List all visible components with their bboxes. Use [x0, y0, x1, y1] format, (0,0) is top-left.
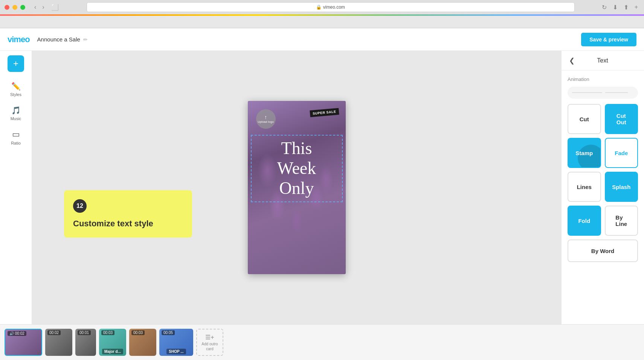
add-outro-icon: ☰+ [205, 334, 214, 341]
animation-fold-label: Fold [578, 218, 590, 224]
timeline-card-3-time: 00:01 [78, 330, 91, 335]
animation-splash[interactable]: Splash [605, 172, 638, 202]
video-card: ↑ Upload logo SUPER SALE This Week Only [248, 101, 346, 274]
project-title: Announce a Sale ✏ [37, 36, 88, 43]
project-name-text: Announce a Sale [37, 36, 80, 43]
video-card-container: ✏ ⬜ ⊞ ⬡ ⬡ 🗑 ↑ Upload logo [248, 101, 346, 274]
timeline-card-2-time: 00:02 [47, 330, 61, 335]
timeline-card-4-time: 00:03 [101, 330, 114, 335]
animation-stamp[interactable]: Stamp [568, 138, 601, 168]
vimeo-logo: vimeo [8, 35, 30, 44]
address-bar[interactable]: 🔒 vimeo.com [87, 2, 575, 12]
ratio-icon: ▭ [12, 130, 20, 139]
upload-logo-button[interactable]: ↑ Upload logo [256, 109, 276, 129]
music-label: Music [11, 116, 21, 121]
main-area: + ✏️ Styles 🎵 Music ▭ Ratio 12 [0, 51, 644, 324]
animation-fade-label: Fade [615, 150, 628, 156]
nav-back-button[interactable]: ‹ [33, 3, 38, 11]
animation-search-bar[interactable] [568, 87, 638, 99]
timeline-card-4-label: Major d... [102, 349, 123, 354]
sidebar-item-music[interactable]: 🎵 Music [3, 102, 29, 125]
animation-cut-out[interactable]: CutOut [605, 104, 638, 134]
rainbow-tab-bar [0, 14, 644, 16]
new-tab-icon[interactable]: + [633, 3, 639, 11]
timeline-card-5[interactable]: 00:03 [129, 329, 156, 356]
sidebar-item-ratio[interactable]: ▭ Ratio [3, 126, 29, 149]
panel-back-button[interactable]: ❮ [568, 55, 576, 66]
animation-fold[interactable]: Fold [568, 206, 601, 236]
animation-lines-label: Lines [577, 184, 592, 190]
music-icon: 🎵 [11, 106, 21, 115]
search-bar-line [572, 92, 602, 93]
animation-stamp-label: Stamp [575, 150, 593, 156]
add-outro-card[interactable]: ☰+ Add outrocard [196, 329, 223, 356]
animation-cut[interactable]: Cut [568, 104, 601, 134]
add-button[interactable]: + [8, 55, 24, 72]
timeline-card-5-time: 00:03 [131, 330, 145, 335]
app-container: vimeo Announce a Sale ✏ Save & preview +… [0, 28, 644, 360]
traffic-light-yellow[interactable] [12, 5, 17, 10]
download-icon[interactable]: ⬇ [611, 3, 619, 12]
tutorial-message: Customize text style [73, 219, 183, 229]
animation-grid: Cut CutOut Stamp Fade [568, 104, 638, 262]
animation-by-word[interactable]: By Word [568, 239, 638, 262]
panel-header: ❮ Text [562, 51, 644, 70]
add-outro-label: Add outrocard [201, 342, 218, 351]
right-panel: ❮ Text Animation Cut Cu [561, 51, 644, 324]
header-left: vimeo Announce a Sale ✏ [8, 35, 88, 44]
text-content-block[interactable]: This Week Only [251, 135, 343, 202]
timeline-card-1-time: 🔊 00:02 [8, 331, 26, 336]
sidebar-item-styles[interactable]: ✏️ Styles [3, 78, 29, 101]
panel-body: Animation Cut CutOut [562, 70, 644, 324]
tutorial-step-number: 12 [76, 203, 83, 209]
lock-icon: 🔒 [316, 5, 322, 10]
animation-by-line-label: ByLine [615, 214, 627, 227]
timeline-card-4[interactable]: Major d... 00:03 [99, 329, 126, 356]
timeline-card-6[interactable]: SHOP ... 00:05 [159, 329, 193, 356]
stamp-circle [578, 145, 601, 168]
panel-title: Text [576, 57, 629, 64]
animation-splash-label: Splash [612, 184, 630, 190]
canvas-area: 12 Customize text style ✏ ⬜ ⊞ ⬡ ⬡ 🗑 [32, 51, 561, 324]
animation-cut-label: Cut [580, 116, 589, 122]
animation-section-label: Animation [568, 76, 638, 82]
timeline-card-2[interactable]: 00:02 [45, 329, 72, 356]
share-icon[interactable]: ⬆ [622, 3, 630, 12]
animation-fade[interactable]: Fade [605, 138, 638, 168]
styles-label: Styles [10, 92, 21, 97]
edit-project-name-icon[interactable]: ✏ [83, 37, 88, 43]
timeline: 🔊 00:02 00:02 00:01 Major d... 00:03 00:… [0, 324, 644, 360]
ratio-label: Ratio [11, 141, 21, 145]
browser-chrome: ‹ › ⬜ 🔒 vimeo.com ↻ ⬇ ⬆ + [0, 0, 644, 28]
timeline-card-3[interactable]: 00:01 [75, 329, 96, 356]
super-sale-text: SUPER SALE [313, 110, 336, 115]
timeline-card-6-label: SHOP ... [166, 349, 186, 354]
vimeo-logo-text: vimeo [8, 35, 30, 44]
sidebar-toggle-button[interactable]: ⬜ [49, 3, 61, 12]
browser-nav: ‹ › ⬜ [33, 3, 61, 12]
animation-lines[interactable]: Lines [568, 172, 601, 202]
save-preview-button[interactable]: Save & preview [581, 33, 636, 46]
animation-cut-out-label: CutOut [617, 113, 626, 125]
animation-by-line[interactable]: ByLine [605, 206, 638, 236]
app-header: vimeo Announce a Sale ✏ Save & preview [0, 28, 644, 51]
styles-icon: ✏️ [11, 82, 21, 91]
traffic-light-green[interactable] [20, 5, 25, 10]
animation-by-word-label: By Word [591, 248, 614, 254]
upload-icon: ↑ [264, 114, 267, 120]
nav-forward-button[interactable]: › [41, 3, 46, 11]
upload-logo-label: Upload logo [258, 120, 274, 124]
tutorial-step-badge: 12 [73, 199, 87, 213]
url-text: vimeo.com [323, 5, 345, 10]
search-bar-line2 [605, 92, 628, 93]
tutorial-card: 12 Customize text style [64, 190, 192, 238]
traffic-light-red[interactable] [5, 5, 9, 10]
timeline-card-6-time: 00:05 [162, 330, 175, 335]
left-sidebar: + ✏️ Styles 🎵 Music ▭ Ratio [0, 51, 32, 324]
reload-button[interactable]: ↻ [600, 3, 608, 12]
timeline-card-1[interactable]: 🔊 00:02 [5, 329, 42, 356]
browser-titlebar: ‹ › ⬜ 🔒 vimeo.com ↻ ⬇ ⬆ + [0, 0, 644, 14]
